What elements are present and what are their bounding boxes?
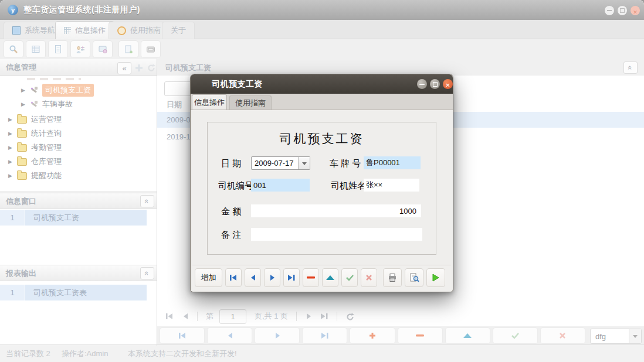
dialog-minimize-button[interactable] xyxy=(417,79,427,89)
tab-info-operation[interactable]: 信息操作 xyxy=(55,21,114,40)
collapse-main-panel-button[interactable] xyxy=(623,62,638,74)
cancel-record-button[interactable] xyxy=(361,268,377,287)
tree-item-attendance-management[interactable]: 考勤管理 xyxy=(0,141,157,154)
nav-next-button[interactable] xyxy=(255,327,300,344)
cancel-record-button[interactable] xyxy=(540,327,585,344)
search-button[interactable] xyxy=(4,40,23,58)
dialog-tab-info-operation[interactable]: 信息操作 xyxy=(192,94,227,110)
post-record-button[interactable] xyxy=(493,327,538,344)
date-label: 日 期 xyxy=(221,158,241,169)
tab-user-guide[interactable]: 使用指南 xyxy=(109,22,170,39)
folder-icon xyxy=(17,130,27,138)
driver-advance-salary-dialog: 司机预支工资 信息操作 使用指南 司机预支工资 日 期 2009-07-17 车… xyxy=(190,74,453,292)
play-icon xyxy=(432,274,440,282)
maximize-button[interactable] xyxy=(618,6,627,15)
prev-page-button[interactable] xyxy=(182,313,189,320)
refresh-button[interactable] xyxy=(345,312,355,321)
collapse-up-button[interactable] xyxy=(140,195,154,207)
refresh-icon[interactable] xyxy=(147,63,156,73)
next-record-button[interactable] xyxy=(264,268,280,287)
panel-title: 信息管理 xyxy=(6,63,36,71)
nav-prev-button[interactable] xyxy=(207,327,252,344)
plate-field[interactable] xyxy=(364,156,421,169)
tab-about[interactable]: 关于 xyxy=(162,22,195,39)
triangle-up-icon xyxy=(463,333,472,339)
folder-icon xyxy=(17,172,27,180)
expand-arrow-icon[interactable] xyxy=(21,87,27,93)
report-output-item[interactable]: 1 司机预支工资表 xyxy=(0,285,147,300)
item-index: 1 xyxy=(0,285,25,300)
tree-item-label: 统计查询 xyxy=(31,128,62,139)
delete-record-button[interactable] xyxy=(398,327,443,344)
expand-arrow-icon[interactable] xyxy=(8,173,14,179)
chevron-down-icon[interactable] xyxy=(298,157,310,169)
minimize-button[interactable] xyxy=(605,6,614,15)
footer-combo[interactable]: dfg xyxy=(590,329,642,344)
remark-field[interactable] xyxy=(251,228,422,241)
dialog-tabbar: 信息操作 使用指南 xyxy=(191,94,453,110)
print-preview-button[interactable] xyxy=(405,268,423,287)
first-record-button[interactable] xyxy=(225,268,242,287)
document-button[interactable] xyxy=(48,40,68,58)
archive-button[interactable] xyxy=(141,40,161,58)
post-record-button[interactable] xyxy=(341,268,358,287)
printer-icon xyxy=(388,273,397,282)
last-record-button[interactable] xyxy=(283,268,300,287)
edit-record-button[interactable] xyxy=(445,327,490,344)
delete-record-button[interactable] xyxy=(303,268,319,287)
ribbon-tabbar: 系统导航 信息操作 使用指南 关于 xyxy=(0,20,644,39)
dialog-close-button[interactable] xyxy=(443,79,453,89)
edit-record-button[interactable] xyxy=(322,268,338,287)
last-page-button[interactable] xyxy=(320,313,328,320)
nav-first-button[interactable] xyxy=(160,327,205,344)
new-record-button[interactable] xyxy=(118,40,138,58)
column-header-date[interactable]: 日期 xyxy=(167,100,182,109)
expand-arrow-icon[interactable] xyxy=(8,117,14,122)
dialog-titlebar[interactable]: 司机预支工资 xyxy=(191,74,453,94)
run-button[interactable] xyxy=(426,268,445,287)
dialog-tab-user-guide[interactable]: 使用指南 xyxy=(229,95,272,110)
list-view-button[interactable] xyxy=(26,40,46,58)
folder-icon xyxy=(17,116,27,124)
tree-item-operation-management[interactable]: 运营管理 xyxy=(0,113,157,126)
print-button[interactable] xyxy=(383,268,402,287)
expand-arrow-icon[interactable] xyxy=(21,101,27,107)
report-output-list: 1 司机预支工资表 xyxy=(0,281,157,344)
tree-item-vehicle-accident[interactable]: 车辆事故 xyxy=(0,98,157,111)
add-record-button[interactable] xyxy=(350,327,395,344)
info-window-item[interactable]: 1 司机预支工资 xyxy=(0,210,147,226)
add-button[interactable]: 增加 xyxy=(195,268,222,287)
remark-label: 备 注 xyxy=(221,230,241,241)
divider xyxy=(157,59,157,346)
collapse-up-button[interactable] xyxy=(140,267,154,279)
first-page-button[interactable] xyxy=(165,313,174,320)
tree-item-driver-advance-salary[interactable]: 司机预支工资 xyxy=(0,84,157,97)
divider xyxy=(197,312,198,321)
user-settings-button[interactable] xyxy=(70,40,90,58)
page-number-input[interactable] xyxy=(219,309,246,324)
chevron-down-icon[interactable] xyxy=(629,329,641,343)
monitor-button[interactable] xyxy=(93,40,113,58)
expand-arrow-icon[interactable] xyxy=(8,159,14,165)
driver-id-field[interactable] xyxy=(251,179,310,192)
tree-item-reminder-function[interactable]: 提醒功能 xyxy=(0,169,157,182)
plate-label: 车 牌 号 xyxy=(330,158,361,169)
date-combo[interactable]: 2009-07-17 xyxy=(251,156,310,170)
app-window: y 整车货运管理系统(非注册用户) 系统导航 信息操作 使用指南 关于 xyxy=(0,0,644,362)
tree-item-statistics-query[interactable]: 统计查询 xyxy=(0,127,157,140)
driver-name-field[interactable] xyxy=(364,179,419,192)
expand-arrow-icon[interactable] xyxy=(8,145,14,151)
add-icon[interactable] xyxy=(134,63,144,73)
document-icon xyxy=(53,45,63,54)
next-page-button[interactable] xyxy=(305,313,312,320)
dialog-maximize-button[interactable] xyxy=(430,79,440,89)
close-button[interactable] xyxy=(631,6,640,15)
nav-last-button[interactable] xyxy=(302,327,347,344)
collapse-left-button[interactable] xyxy=(117,62,131,74)
prev-record-button[interactable] xyxy=(245,268,261,287)
expand-arrow-icon[interactable] xyxy=(8,131,14,136)
x-icon xyxy=(559,332,566,339)
tree-item-warehouse-management[interactable]: 仓库管理 xyxy=(0,155,157,168)
amount-field[interactable] xyxy=(251,204,421,217)
dialog-title: 司机预支工资 xyxy=(212,79,263,90)
